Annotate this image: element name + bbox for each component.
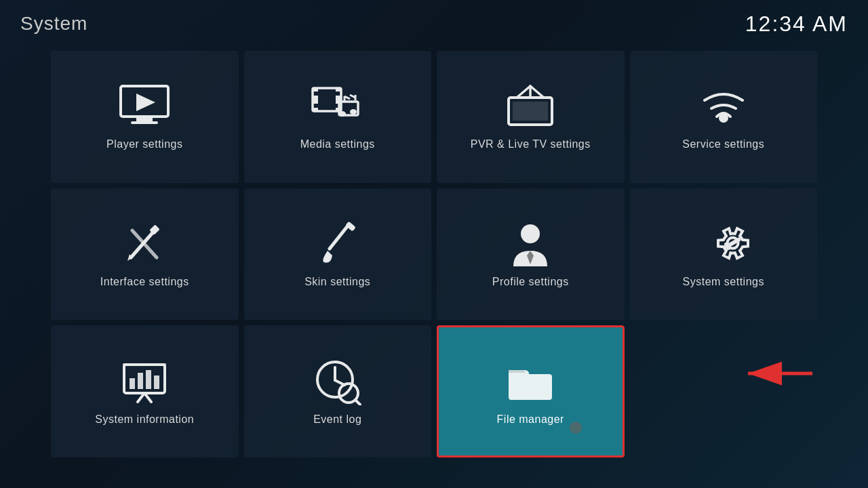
tile-service-settings[interactable]: Service settings: [630, 51, 818, 183]
svg-point-16: [339, 111, 346, 117]
media-icon: [311, 83, 365, 130]
pvr-icon: [503, 83, 557, 130]
system-information-label: System information: [95, 413, 194, 426]
eventlog-icon: [311, 358, 365, 405]
svg-rect-22: [513, 102, 548, 121]
tile-system-information[interactable]: System information: [51, 325, 239, 458]
interface-icon: [117, 220, 172, 268]
tile-event-log[interactable]: Event log: [244, 325, 432, 458]
interface-settings-label: Interface settings: [100, 276, 189, 288]
tile-pvr-settings[interactable]: PVR & Live TV settings: [437, 51, 625, 183]
svg-rect-5: [313, 88, 318, 92]
svg-rect-2: [131, 121, 158, 124]
system-settings-icon: [696, 220, 751, 268]
svg-line-46: [355, 400, 360, 405]
tile-system-settings[interactable]: System settings: [630, 188, 818, 321]
svg-rect-38: [154, 375, 159, 389]
clock: 12:34 AM: [745, 12, 848, 37]
skin-settings-label: Skin settings: [304, 276, 370, 288]
service-settings-label: Service settings: [682, 138, 764, 150]
cursor: [570, 422, 582, 434]
svg-point-17: [350, 109, 357, 115]
profile-settings-label: Profile settings: [492, 276, 569, 288]
arrow-indicator: [738, 353, 819, 396]
tile-interface-settings[interactable]: Interface settings: [51, 188, 239, 321]
media-settings-label: Media settings: [300, 138, 375, 150]
filemanager-icon: [503, 358, 557, 405]
tile-media-settings[interactable]: Media settings: [244, 51, 432, 183]
svg-rect-35: [130, 378, 135, 389]
tile-file-manager[interactable]: File manager: [437, 325, 625, 458]
event-log-label: Event log: [313, 413, 361, 426]
header: System 12:34 AM: [0, 0, 868, 47]
sysinfo-icon: [117, 358, 172, 405]
app-title: System: [20, 13, 87, 35]
pvr-settings-label: PVR & Live TV settings: [471, 138, 591, 150]
player-icon: [117, 83, 172, 130]
skin-icon: [311, 220, 365, 268]
file-manager-label: File manager: [497, 413, 564, 426]
svg-line-19: [530, 86, 544, 98]
svg-rect-1: [136, 117, 153, 121]
service-icon: [696, 83, 751, 130]
svg-marker-3: [136, 94, 155, 111]
profile-icon: [503, 220, 557, 268]
svg-point-29: [521, 224, 540, 243]
system-settings-label: System settings: [683, 276, 764, 288]
svg-line-18: [517, 86, 530, 98]
svg-rect-7: [313, 108, 318, 111]
svg-rect-37: [146, 370, 151, 389]
svg-rect-6: [336, 88, 341, 92]
player-settings-label: Player settings: [106, 138, 182, 150]
settings-grid: Player settings Me: [51, 51, 817, 458]
svg-rect-36: [138, 373, 143, 389]
tile-player-settings[interactable]: Player settings: [51, 51, 239, 183]
tile-skin-settings[interactable]: Skin settings: [244, 188, 432, 321]
svg-rect-9: [313, 96, 318, 104]
svg-rect-28: [345, 221, 356, 231]
tile-profile-settings[interactable]: Profile settings: [437, 188, 625, 321]
